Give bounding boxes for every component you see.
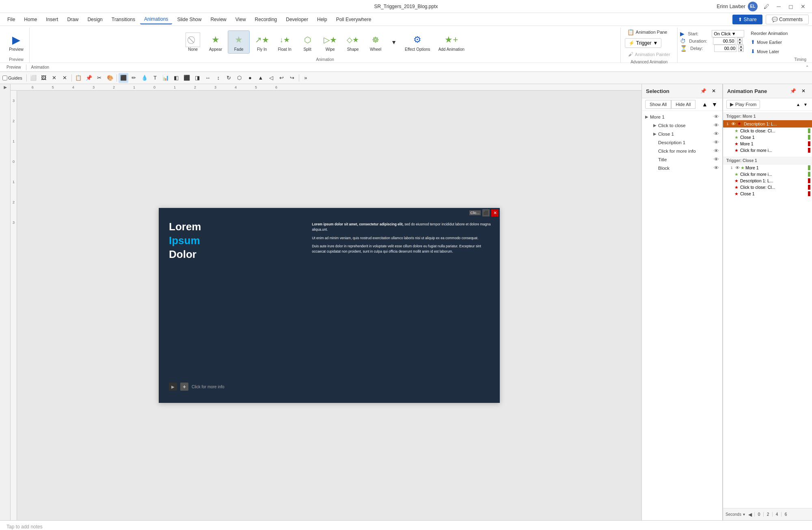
menu-design[interactable]: Design: [83, 15, 106, 24]
guides-checkbox[interactable]: [2, 76, 7, 80]
anim-wheel-btn[interactable]: ☸ Wheel: [365, 31, 386, 53]
anim-appear-btn[interactable]: ★ Appear: [205, 31, 226, 53]
menu-view[interactable]: View: [231, 15, 250, 24]
anim-pane-up-btn[interactable]: ▲: [795, 101, 801, 108]
tb-eyedrop[interactable]: 💧: [140, 73, 149, 83]
menu-review[interactable]: Review: [206, 15, 230, 24]
animation-pane-btn[interactable]: 📋 Animation Pane: [625, 28, 670, 37]
play-from-btn[interactable]: ▶ Play From: [726, 100, 760, 109]
menu-recording[interactable]: Recording: [251, 15, 281, 24]
slide-move-btn[interactable]: ⬛: [482, 209, 490, 216]
tb-redo[interactable]: ↪: [287, 73, 297, 83]
show-all-btn[interactable]: Show All: [645, 100, 671, 109]
anim-item-click-close2[interactable]: Click to close: Cl...: [723, 184, 812, 190]
sort-up-btn[interactable]: ▲: [700, 100, 709, 109]
sel-item-more1[interactable]: ▶ More 1 👁: [642, 112, 722, 121]
sel-item-title[interactable]: Title 👁: [642, 155, 722, 164]
tb-rotate[interactable]: ↻: [224, 73, 234, 83]
anim-pin-btn[interactable]: 📌: [788, 87, 797, 95]
tb-btn-1[interactable]: ⬜: [28, 73, 38, 83]
thumbnails-toggle[interactable]: ◀: [3, 86, 7, 90]
eye-more1[interactable]: 👁: [714, 114, 719, 120]
menu-home[interactable]: Home: [20, 15, 41, 24]
tb-chart[interactable]: 📊: [161, 73, 171, 83]
tb-shape[interactable]: ⬡: [235, 73, 244, 83]
anim-none-btn[interactable]: ⃠ None: [182, 31, 203, 53]
close-btn[interactable]: ✕: [797, 2, 809, 11]
anim-item-click-close[interactable]: Click to close: Cl...: [723, 128, 812, 134]
start-dropdown[interactable]: On Click ▼: [712, 30, 744, 37]
tb-align-r[interactable]: ◨: [192, 73, 202, 83]
move-earlier-btn[interactable]: ⬆ Move Earlier: [749, 38, 789, 46]
tb-pencil[interactable]: ✏: [129, 73, 139, 83]
tb-format[interactable]: 🎨: [105, 73, 115, 83]
tb-triangle[interactable]: ▲: [256, 73, 266, 83]
selection-close-btn[interactable]: ✕: [709, 87, 718, 95]
animation-painter-btn[interactable]: 🖌 Animation Painter: [625, 50, 674, 59]
move-later-btn[interactable]: ⬇ Move Later: [749, 48, 789, 55]
menu-insert[interactable]: Insert: [42, 15, 62, 24]
animation-more-btn[interactable]: ▼: [388, 37, 400, 47]
anim-pane-down-btn[interactable]: ▼: [802, 101, 809, 108]
tb-btn-2[interactable]: 🖼: [39, 73, 49, 83]
effect-options-btn[interactable]: ⚙ Effect Options: [402, 31, 434, 53]
menu-transitions[interactable]: Transitions: [108, 15, 139, 24]
selection-pin-btn[interactable]: 📌: [699, 87, 708, 95]
tb-more[interactable]: »: [301, 73, 311, 83]
tb-btn-3[interactable]: ✕: [50, 73, 59, 83]
anim-close-btn[interactable]: ✕: [799, 87, 808, 95]
anim-item-desc1[interactable]: 1 👁 Description 1: L...: [723, 120, 812, 128]
tb-back[interactable]: ◁: [266, 73, 276, 83]
slide[interactable]: Lorem Ipsum Dolor ▶ + Click for more inf…: [159, 208, 500, 403]
anim-shape-btn[interactable]: ◇★ Shape: [342, 31, 363, 53]
sel-item-click-close[interactable]: ▶ Click to close 👁: [642, 121, 722, 130]
tb-text[interactable]: T: [150, 73, 160, 83]
tb-select[interactable]: ⬛: [119, 73, 128, 83]
tb-mask[interactable]: ●: [245, 73, 255, 83]
anim-floatin-btn[interactable]: ↓★ Float In: [274, 31, 295, 53]
anim-item-desc1-t2[interactable]: Description 1: L...: [723, 177, 812, 184]
minimize-btn[interactable]: ─: [773, 2, 784, 11]
menu-help[interactable]: Help: [313, 15, 331, 24]
eye-block[interactable]: 👁: [714, 165, 719, 171]
tb-align-c[interactable]: ⬛: [182, 73, 192, 83]
tb-undo[interactable]: ↩: [277, 73, 287, 83]
anim-fade-btn[interactable]: ★ Fade: [228, 30, 250, 54]
menu-draw[interactable]: Draw: [63, 15, 82, 24]
ribbon-collapse-btn[interactable]: 🖊: [761, 2, 772, 11]
eye-desc1[interactable]: 👁: [714, 139, 719, 145]
delay-up[interactable]: ▲: [738, 45, 744, 48]
notes-area[interactable]: Tap to add notes: [0, 520, 812, 530]
eye-click-more[interactable]: 👁: [714, 148, 719, 154]
restore-btn[interactable]: ◻: [785, 2, 797, 11]
duration-up[interactable]: ▲: [737, 37, 743, 41]
anim-item-click-more1[interactable]: Click for more i...: [723, 147, 812, 154]
sel-item-desc1[interactable]: Description 1 👁: [642, 138, 722, 147]
anim-item-more1[interactable]: More 1: [723, 141, 812, 147]
anim-item-more1-t2[interactable]: 1 👁 More 1: [723, 164, 812, 171]
eye-click-close[interactable]: 👁: [714, 122, 719, 128]
preview-button[interactable]: ▶ Preview: [6, 31, 27, 53]
anim-item-close1[interactable]: Close 1: [723, 134, 812, 141]
sort-down-btn[interactable]: ▼: [710, 100, 719, 109]
trigger-btn[interactable]: ⚡ Trigger ▼: [625, 38, 661, 48]
hide-all-btn[interactable]: Hide All: [671, 100, 695, 109]
anim-wipe-btn[interactable]: ▷★ Wipe: [320, 31, 341, 53]
add-animation-btn[interactable]: ★+ Add Animation: [435, 31, 468, 53]
plus-icon[interactable]: +: [180, 383, 188, 391]
anim-item-close1-t2[interactable]: Close 1: [723, 190, 812, 197]
tb-cut[interactable]: ✂: [95, 73, 104, 83]
delay-input[interactable]: [714, 45, 736, 52]
tb-flip-h[interactable]: ↔: [203, 73, 213, 83]
menu-slideshow[interactable]: Slide Show: [173, 15, 205, 24]
eye-close1[interactable]: 👁: [714, 131, 719, 137]
duration-input[interactable]: [713, 37, 735, 45]
tb-align-l[interactable]: ◧: [171, 73, 181, 83]
tb-paste[interactable]: 📌: [84, 73, 94, 83]
expand-btn[interactable]: ⌃: [806, 65, 809, 69]
sel-item-close1[interactable]: ▶ Close 1 👁: [642, 130, 722, 138]
menu-developer[interactable]: Developer: [282, 15, 312, 24]
anim-item-click-more2[interactable]: Click for more i...: [723, 171, 812, 177]
duration-down[interactable]: ▼: [737, 41, 743, 45]
anim-split-btn[interactable]: ⬡ Split: [297, 31, 318, 53]
